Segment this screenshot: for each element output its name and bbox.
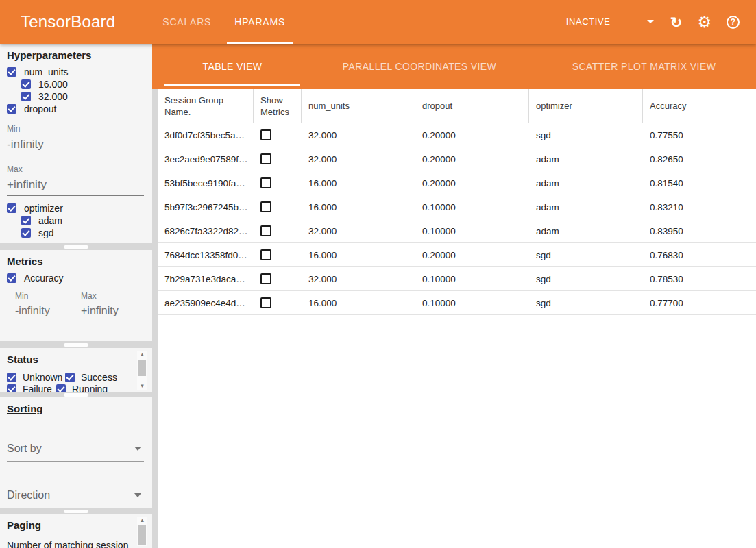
gear-icon[interactable]: ⚙ xyxy=(697,14,711,30)
optimizer-adam-label: adam xyxy=(38,215,62,226)
optimizer-adam-checkbox[interactable] xyxy=(21,216,31,225)
num-units-cell: 16.000 xyxy=(302,202,415,212)
accuracy-cell: 0.76830 xyxy=(643,250,756,260)
metrics-pane: Metrics Accuracy Min -infinity Max +infi… xyxy=(0,250,152,341)
optimizer-sgd-checkbox[interactable] xyxy=(21,228,31,238)
dropout-max-input[interactable]: +infinity xyxy=(7,174,144,196)
dropout-cell: 0.20000 xyxy=(415,178,529,188)
metric-max-input[interactable]: +infinity xyxy=(81,301,134,321)
num-units-cell: 32.000 xyxy=(302,274,415,284)
num-units-32-label: 32.000 xyxy=(38,91,68,102)
accuracy-checkbox[interactable] xyxy=(7,273,16,283)
paging-summary: Number of matching session groups: 8 xyxy=(7,539,129,548)
show-metrics-checkbox[interactable] xyxy=(260,297,271,308)
dropout-cell: 0.20000 xyxy=(415,250,529,260)
scroll-up-icon[interactable]: ▲ xyxy=(140,517,145,524)
metric-minmax-fields: Min -infinity Max +infinity xyxy=(15,284,145,321)
scrollbar-thumb[interactable] xyxy=(138,360,146,376)
show-metrics-checkbox[interactable] xyxy=(260,249,271,260)
metric-min-label: Min xyxy=(15,291,69,301)
pane-resize-handle[interactable] xyxy=(64,393,88,397)
scroll-down-icon[interactable]: ▼ xyxy=(140,383,145,390)
num-units-32-checkbox[interactable] xyxy=(21,92,31,101)
hyperparameters-pane: Hyperparameters num_units 16.000 32.000 … xyxy=(0,44,152,243)
status-options: Unknown Success Failure Running xyxy=(7,371,137,392)
optimizer-checkbox[interactable] xyxy=(7,203,16,213)
num-units-cell: 16.000 xyxy=(302,250,415,260)
status-title: Status xyxy=(7,352,38,370)
reload-status-select[interactable]: INACTIVE xyxy=(566,15,655,32)
pane-resize-handle[interactable] xyxy=(64,343,88,347)
dropout-cell: 0.10000 xyxy=(415,274,529,284)
status-failure: Failure xyxy=(7,383,56,392)
status-scrollbar: ▲ ▼ xyxy=(137,351,147,390)
pane-divider xyxy=(0,243,152,250)
tab-scatter-plot-matrix-view[interactable]: SCATTER PLOT MATRIX VIEW xyxy=(532,44,756,89)
optimizer-cell: adam xyxy=(529,226,643,236)
tab-table-view[interactable]: TABLE VIEW xyxy=(158,44,307,89)
view-tabbar: TABLE VIEW PARALLEL COORDINATES VIEW SCA… xyxy=(158,44,756,89)
accuracy-cell: 0.81540 xyxy=(643,178,756,188)
column-header-show-metrics[interactable]: Show Metrics xyxy=(254,89,302,123)
table-body: 3df0d7cf35bec5a… 32.000 0.20000 sgd 0.77… xyxy=(158,123,756,315)
dropout-checkbox[interactable] xyxy=(7,104,16,114)
direction-value: Direction xyxy=(7,489,50,501)
direction-select[interactable]: Direction xyxy=(7,486,144,508)
column-header-session-group-name[interactable]: Session Group Name. xyxy=(158,89,254,123)
dropout-cell: 0.20000 xyxy=(415,130,529,140)
status-running-checkbox[interactable] xyxy=(56,384,66,393)
sort-by-select[interactable]: Sort by xyxy=(7,440,144,462)
accuracy-cell: 0.82650 xyxy=(643,154,756,164)
optimizer-cell: adam xyxy=(529,178,643,188)
dropout-min-label: Min xyxy=(7,124,145,134)
sidebar-gutter xyxy=(152,44,158,548)
status-unknown-checkbox[interactable] xyxy=(7,373,16,382)
column-header-accuracy[interactable]: Accuracy xyxy=(643,89,756,123)
metric-min-input[interactable]: -infinity xyxy=(15,301,69,321)
dropout-min-input[interactable]: -infinity xyxy=(7,134,144,155)
pane-resize-handle[interactable] xyxy=(64,245,88,249)
tab-parallel-coordinates-view[interactable]: PARALLEL COORDINATES VIEW xyxy=(307,44,532,89)
accuracy-cell: 0.83950 xyxy=(643,226,756,236)
reload-status-value: INACTIVE xyxy=(566,16,611,27)
dropout-label: dropout xyxy=(24,103,56,114)
toolbar: TensorBoard SCALARS HPARAMS INACTIVE ↻ ⚙… xyxy=(0,0,756,44)
scrollbar-thumb[interactable] xyxy=(138,525,146,545)
column-header-num-units[interactable]: num_units xyxy=(302,89,415,123)
status-failure-checkbox[interactable] xyxy=(7,384,16,393)
show-metrics-checkbox[interactable] xyxy=(260,129,271,140)
status-success-checkbox[interactable] xyxy=(65,373,75,382)
show-metrics-checkbox[interactable] xyxy=(260,201,271,212)
session-group-name-cell: 7b29a731e3daca… xyxy=(158,274,254,284)
accuracy-label: Accuracy xyxy=(24,273,64,284)
show-metrics-cell xyxy=(254,129,302,140)
show-metrics-checkbox[interactable] xyxy=(260,273,271,284)
column-header-optimizer[interactable]: optimizer xyxy=(529,89,643,123)
num-units-checkbox[interactable] xyxy=(7,67,16,77)
table-header: Session Group Name. Show Metrics num_uni… xyxy=(158,89,756,123)
session-group-name-cell: 53bf5bece9190fa… xyxy=(158,178,254,188)
show-metrics-checkbox[interactable] xyxy=(260,153,271,164)
tab-hparams[interactable]: HPARAMS xyxy=(223,0,297,44)
show-metrics-checkbox[interactable] xyxy=(260,225,271,236)
metric-min-field: Min -infinity xyxy=(15,284,69,321)
num-units-16-checkbox[interactable] xyxy=(21,79,31,89)
refresh-icon[interactable]: ↻ xyxy=(670,15,683,29)
session-group-name-cell: 7684dcc13358fd0… xyxy=(158,250,254,260)
app-title: TensorBoard xyxy=(21,12,115,32)
show-metrics-cell xyxy=(254,153,302,164)
optimizer-cell: sgd xyxy=(529,130,643,140)
show-metrics-checkbox[interactable] xyxy=(260,177,271,188)
column-header-dropout[interactable]: dropout xyxy=(415,89,529,123)
dropout-cell: 0.20000 xyxy=(415,154,529,164)
num-units-value-row: 32.000 xyxy=(21,90,145,103)
session-group-name-cell: 6826c7fa3322d82… xyxy=(158,226,254,236)
show-metrics-cell xyxy=(254,201,302,212)
status-success: Success xyxy=(65,371,117,383)
help-icon[interactable]: ? xyxy=(727,16,740,29)
table-row: 3df0d7cf35bec5a… 32.000 0.20000 sgd 0.77… xyxy=(158,123,756,147)
scroll-up-icon[interactable]: ▲ xyxy=(140,351,145,358)
tab-scalars[interactable]: SCALARS xyxy=(151,0,223,44)
optimizer-label: optimizer xyxy=(24,203,63,214)
pane-resize-handle[interactable] xyxy=(64,510,88,513)
